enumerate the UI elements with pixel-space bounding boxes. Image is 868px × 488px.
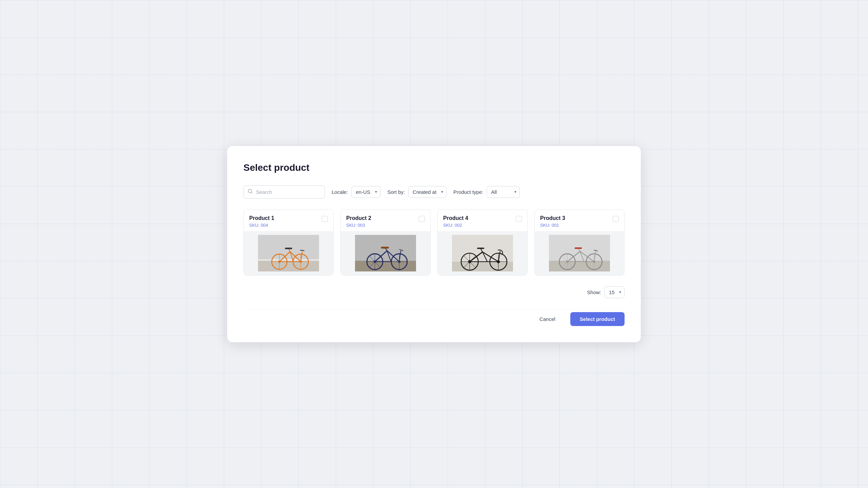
product-name: Product 2 (346, 215, 371, 221)
product-card[interactable]: Product 3 SKU: 001 (534, 209, 625, 276)
product-name: Product 1 (249, 215, 274, 221)
product-image (438, 231, 527, 275)
product-name: Product 3 (540, 215, 565, 221)
product-checkbox[interactable] (613, 216, 619, 222)
product-info: Product 1 SKU: 004 (249, 215, 274, 228)
product-image (244, 231, 333, 275)
product-sku: SKU: 004 (249, 223, 274, 228)
product-type-select-wrapper: All Physical Digital (487, 186, 520, 198)
product-sku: SKU: 001 (540, 223, 565, 228)
locale-select-wrapper: en-US en-GB fr-FR (351, 186, 380, 198)
product-info: Product 4 SKU: 002 (443, 215, 468, 228)
product-card-header: Product 4 SKU: 002 (438, 210, 527, 231)
product-card[interactable]: Product 1 SKU: 004 (243, 209, 334, 276)
product-name: Product 4 (443, 215, 468, 221)
select-product-button[interactable]: Select product (570, 312, 625, 326)
search-input[interactable] (243, 185, 325, 199)
product-type-select[interactable]: All Physical Digital (487, 186, 520, 198)
locale-select[interactable]: en-US en-GB fr-FR (351, 186, 380, 198)
svg-rect-54 (477, 247, 485, 249)
product-type-filter-group: Product type: All Physical Digital (453, 186, 520, 198)
show-label: Show: (587, 289, 601, 295)
product-image (535, 231, 624, 275)
svg-rect-3 (258, 235, 319, 259)
modal-overlay: Select product Locale: en-US en-GB (0, 0, 868, 488)
cancel-button[interactable]: Cancel (530, 312, 565, 326)
locale-label: Locale: (332, 189, 348, 195)
product-checkbox[interactable] (322, 216, 328, 222)
sort-label: Sort by: (387, 189, 405, 195)
sort-select[interactable]: Created at Name SKU (408, 186, 447, 198)
select-product-modal: Select product Locale: en-US en-GB (227, 146, 641, 342)
search-icon (248, 189, 253, 195)
show-select[interactable]: 15 30 50 (605, 286, 625, 298)
product-card[interactable]: Product 2 SKU: 003 (340, 209, 431, 276)
product-image (341, 231, 430, 275)
sort-filter-group: Sort by: Created at Name SKU (387, 186, 447, 198)
product-checkbox[interactable] (419, 216, 425, 222)
locale-filter-group: Locale: en-US en-GB fr-FR (332, 186, 380, 198)
modal-title: Select product (243, 162, 625, 173)
show-select-wrapper: 15 30 50 (605, 286, 625, 298)
product-sku: SKU: 003 (346, 223, 371, 228)
product-card-header: Product 2 SKU: 003 (341, 210, 430, 231)
product-sku: SKU: 002 (443, 223, 468, 228)
product-checkbox[interactable] (516, 216, 522, 222)
svg-line-1 (251, 192, 252, 194)
product-card[interactable]: Product 4 SKU: 002 (437, 209, 528, 276)
svg-rect-74 (575, 247, 582, 249)
sort-select-wrapper: Created at Name SKU (408, 186, 447, 198)
actions-row: Cancel Select product (243, 309, 625, 326)
product-card-header: Product 1 SKU: 004 (244, 210, 333, 231)
product-info: Product 2 SKU: 003 (346, 215, 371, 228)
svg-rect-33 (381, 247, 389, 248)
pagination-row: Show: 15 30 50 (243, 286, 625, 298)
product-card-header: Product 3 SKU: 001 (535, 210, 624, 231)
products-grid: Product 1 SKU: 004 (243, 209, 625, 276)
search-wrapper (243, 185, 325, 199)
filters-row: Locale: en-US en-GB fr-FR Sort by: Creat… (243, 185, 625, 199)
svg-rect-4 (258, 261, 319, 271)
svg-rect-15 (285, 247, 292, 249)
product-info: Product 3 SKU: 001 (540, 215, 565, 228)
product-type-label: Product type: (453, 189, 483, 195)
